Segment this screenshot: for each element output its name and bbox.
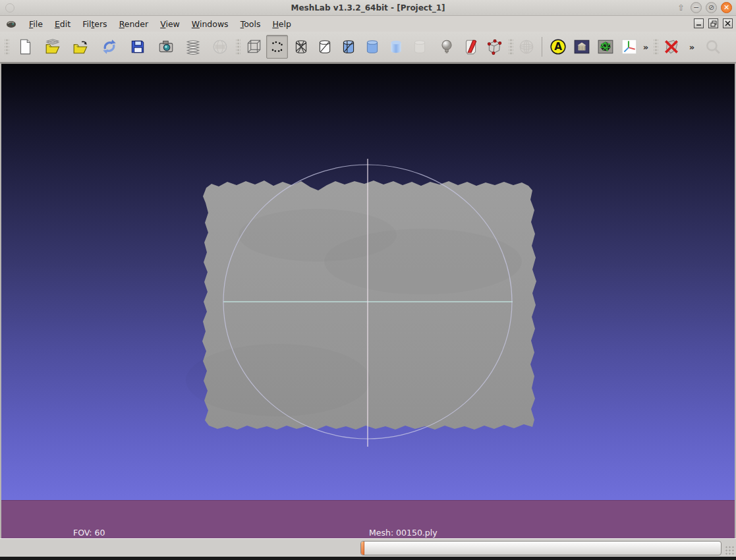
toolbar-drag-handle[interactable]: [509, 38, 513, 55]
snapshot-button[interactable]: [155, 35, 177, 59]
decoration-a-button[interactable]: A: [547, 35, 569, 59]
smooth-cylinder-icon: [387, 38, 405, 55]
menu-help[interactable]: Help: [266, 17, 297, 31]
info-overlay: FOV: 60 FPS: 263.2 Mesh: 00150.ply Verti…: [1, 500, 735, 538]
mesh-name-readout: Mesh: 00150.ply: [369, 527, 439, 538]
letter-a-badge-icon: A: [550, 38, 567, 55]
texture-render-button[interactable]: [409, 35, 430, 59]
trackball-toggle-button[interactable]: [515, 35, 537, 59]
flat-cylinder-icon: [364, 38, 381, 55]
light-toggle-button[interactable]: [436, 35, 457, 59]
close-icon[interactable]: ✕: [721, 2, 732, 13]
menu-edit[interactable]: Edit: [49, 17, 76, 31]
save-floppy-icon: [129, 38, 146, 55]
background-decoration-button[interactable]: [571, 35, 592, 59]
toolbar-separator: [542, 37, 542, 57]
flat-render-button[interactable]: [361, 35, 383, 59]
progress-bar: [360, 541, 722, 555]
window-title: MeshLab v1.3.2_64bit - [Project_1]: [0, 3, 736, 13]
wireframe-render-button[interactable]: [290, 35, 312, 59]
gl-viewport[interactable]: FOV: 60 FPS: 263.2 Mesh: 00150.ply Verti…: [0, 63, 736, 538]
mdi-restore-icon[interactable]: [708, 18, 718, 28]
selected-vertices-icon: [486, 38, 503, 55]
toolbar-drag-handle[interactable]: [236, 38, 241, 55]
menu-windows[interactable]: Windows: [186, 17, 235, 31]
meshlab-logo-icon: [6, 18, 16, 29]
svg-text:A: A: [554, 41, 562, 53]
menu-bar: File Edit Filters Render View Windows To…: [0, 16, 736, 32]
export-mesh-button[interactable]: [127, 35, 148, 59]
menu-tools[interactable]: Tools: [235, 17, 267, 31]
backface-icon: [462, 38, 479, 55]
fov-readout: FOV: 60: [73, 527, 120, 538]
layers-icon: [184, 38, 202, 55]
green-mesh-icon: [597, 38, 614, 55]
delete-mesh-icon: [663, 38, 680, 55]
bounding-box-icon: [245, 38, 262, 55]
menu-filters[interactable]: Filters: [76, 17, 113, 31]
resize-grip-icon[interactable]: [725, 546, 734, 555]
light-bulb-icon: [438, 38, 455, 55]
search-icon: [704, 38, 722, 55]
smooth-render-button[interactable]: [385, 35, 407, 59]
new-project-button[interactable]: [14, 35, 36, 59]
show-layer-dialog-button[interactable]: [182, 35, 204, 59]
open-raster-button[interactable]: [209, 35, 231, 59]
status-bar: [0, 538, 736, 557]
search-button[interactable]: [702, 35, 723, 59]
actions-overflow-chevron[interactable]: »: [686, 42, 698, 52]
hiddenlines-render-button[interactable]: [314, 35, 335, 59]
menu-file[interactable]: File: [23, 17, 49, 31]
import-mesh-icon: [72, 38, 90, 55]
bbox-render-button[interactable]: [242, 35, 264, 59]
raster-globe-icon: [212, 38, 229, 55]
toolbar-drag-handle[interactable]: [654, 38, 658, 55]
reload-button[interactable]: [98, 35, 120, 59]
points-render-button[interactable]: [266, 35, 288, 59]
points-icon: [269, 38, 286, 55]
background-image-icon: [573, 38, 590, 55]
shade-icon[interactable]: ⇧: [675, 2, 687, 13]
selected-vertices-button[interactable]: [483, 35, 505, 59]
flat-lines-cylinder-icon: [340, 38, 357, 55]
mesh-canvas: [1, 64, 735, 538]
maximize-icon[interactable]: ⊘: [706, 2, 717, 13]
wireframe-cylinder-icon: [293, 38, 310, 55]
minimize-icon[interactable]: −: [691, 2, 702, 13]
hidden-lines-cylinder-icon: [316, 38, 333, 55]
import-mesh-button[interactable]: [70, 35, 92, 59]
menu-view[interactable]: View: [154, 17, 186, 31]
delete-mesh-button[interactable]: [660, 35, 682, 59]
progress-fill: [361, 542, 364, 555]
title-bar[interactable]: MeshLab v1.3.2_64bit - [Project_1] ⇧ − ⊘…: [0, 0, 736, 16]
mdi-close-icon[interactable]: [723, 18, 733, 28]
open-project-icon: [45, 38, 62, 55]
toolbar-overflow-chevron[interactable]: »: [640, 42, 652, 52]
menu-render[interactable]: Render: [113, 17, 155, 31]
trackball-icon: [518, 38, 535, 55]
xyz-axes-icon: [621, 38, 638, 55]
desktop-strip: [0, 557, 736, 560]
mdi-minimize-icon[interactable]: [694, 18, 704, 28]
reload-icon: [101, 38, 118, 55]
flatlines-render-button[interactable]: [337, 35, 359, 59]
show-axis-button[interactable]: [618, 35, 640, 59]
open-project-button[interactable]: [42, 35, 64, 59]
main-toolbar: A » »: [0, 32, 736, 63]
texture-cylinder-icon: [411, 38, 428, 55]
backface-culling-button[interactable]: [459, 35, 481, 59]
camera-icon: [157, 38, 175, 55]
toolbar-drag-handle[interactable]: [5, 38, 9, 55]
quality-decoration-button[interactable]: [594, 35, 616, 59]
new-document-icon: [16, 38, 34, 55]
